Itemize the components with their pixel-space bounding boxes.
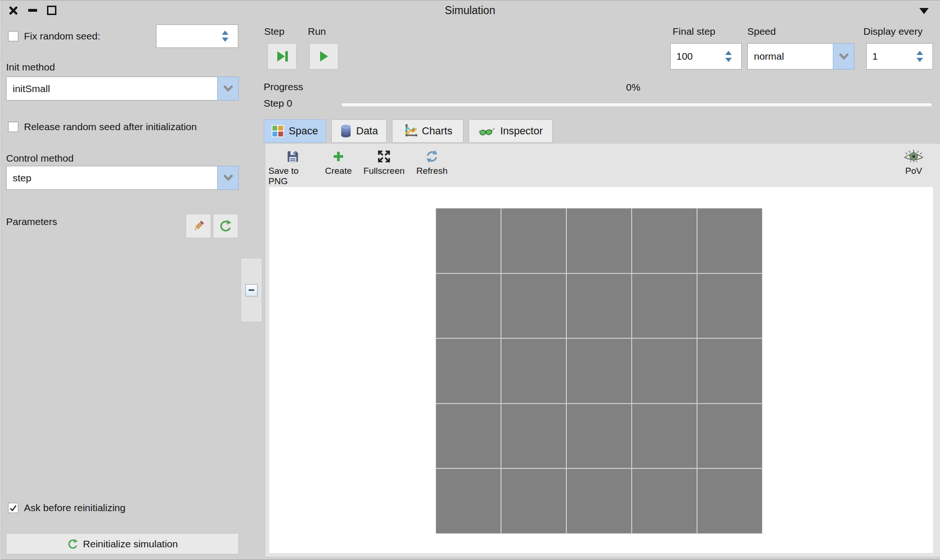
sync-arrows-icon — [425, 150, 439, 163]
grid-cell[interactable] — [436, 404, 501, 468]
spinner-down-icon[interactable] — [725, 58, 732, 62]
title-bar: Simulation — [0, 0, 940, 21]
grid-cell[interactable] — [567, 404, 631, 468]
step-counter: Step 0 — [264, 98, 292, 109]
random-seed-input[interactable] — [156, 24, 238, 48]
database-icon — [340, 124, 352, 138]
control-method-label: Control method — [6, 153, 74, 164]
release-random-seed-checkbox[interactable] — [8, 122, 18, 132]
tab-inspector[interactable]: Inspector — [469, 119, 553, 143]
grid-cell[interactable] — [632, 209, 697, 273]
grid-cell[interactable] — [632, 469, 697, 533]
grid-cell[interactable] — [567, 339, 631, 403]
grid-cell[interactable] — [632, 274, 697, 338]
run-label: Run — [308, 26, 326, 37]
speed-value: normal — [754, 51, 784, 62]
edit-parameters-button[interactable] — [186, 214, 211, 238]
grid-cell[interactable] — [697, 339, 762, 403]
combo-dropdown-button[interactable] — [217, 166, 239, 190]
tab-data[interactable]: Data — [331, 119, 387, 143]
spinner-up-icon[interactable] — [916, 51, 923, 55]
step-button[interactable] — [267, 43, 297, 70]
grid-cell[interactable] — [436, 274, 501, 338]
grid-cell[interactable] — [567, 209, 631, 273]
final-step-label: Final step — [673, 26, 715, 37]
expand-arrows-icon — [377, 149, 391, 163]
reset-parameters-button[interactable] — [213, 214, 238, 238]
combo-dropdown-button[interactable] — [217, 77, 239, 101]
box-minus-icon — [249, 289, 254, 291]
fix-random-seed-checkbox[interactable] — [8, 31, 18, 41]
grid-cell[interactable] — [632, 404, 697, 468]
tab-label: Charts — [422, 125, 453, 137]
grid-cell[interactable] — [697, 469, 762, 533]
chevron-down-icon[interactable] — [919, 8, 929, 14]
grid-cell[interactable] — [436, 339, 501, 403]
play-to-bar-icon — [274, 48, 290, 64]
grid-cell[interactable] — [501, 274, 566, 338]
create-button[interactable]: Create — [321, 148, 356, 176]
progress-bar — [342, 103, 932, 107]
grid-cell[interactable] — [567, 274, 631, 338]
grid-cell[interactable] — [501, 209, 566, 273]
speed-label: Speed — [747, 26, 776, 37]
fullscreen-button[interactable]: Fullscreen — [360, 148, 408, 176]
simulation-window: Simulation Fix random seed: Init method … — [0, 0, 940, 560]
line-chart-icon — [403, 124, 417, 138]
main-area: Step Run Final step 100 Speed normal — [263, 21, 940, 560]
grid-cell[interactable] — [501, 404, 566, 468]
view-tabs: Space Data — [264, 119, 553, 143]
glasses-icon — [478, 126, 495, 136]
speed-select[interactable]: normal — [747, 43, 854, 70]
reinitialize-label: Reinitialize simulation — [83, 538, 178, 550]
tab-charts[interactable]: Charts — [392, 119, 463, 143]
grid-cell[interactable] — [697, 404, 762, 468]
eye-icon — [903, 149, 924, 163]
grid-cell[interactable] — [501, 339, 566, 403]
page-title: Simulation — [0, 4, 940, 17]
grid-cell[interactable] — [436, 209, 501, 273]
init-method-select[interactable]: initSmall — [6, 77, 239, 101]
run-button[interactable] — [309, 43, 338, 70]
progress-percent: 0% — [626, 82, 640, 93]
grid-cell[interactable] — [436, 469, 501, 533]
collapse-button[interactable] — [245, 284, 258, 296]
grid-cell[interactable] — [697, 274, 762, 338]
grid-cell[interactable] — [501, 469, 566, 533]
tab-space[interactable]: Space — [264, 119, 326, 143]
spinner-up-icon[interactable] — [222, 31, 228, 35]
display-every-input[interactable]: 1 — [866, 43, 933, 70]
grid-cell[interactable] — [632, 339, 697, 403]
grid-cell[interactable] — [697, 209, 762, 273]
display-every-label: Display every — [863, 26, 923, 37]
save-to-png-button[interactable]: Save to PNG — [268, 148, 317, 187]
spinner-arrows[interactable] — [222, 31, 228, 42]
ask-before-reinit-checkbox[interactable] — [8, 503, 18, 513]
pov-button[interactable]: PoV — [897, 148, 931, 176]
chevron-down-icon — [224, 86, 233, 92]
tab-label: Space — [289, 125, 318, 137]
grid-cell[interactable] — [567, 469, 631, 533]
combo-dropdown-button[interactable] — [833, 43, 854, 70]
spinner-up-icon[interactable] — [725, 51, 732, 55]
space-grid — [436, 208, 762, 534]
reinitialize-simulation-button[interactable]: Reinitialize simulation — [6, 533, 239, 554]
settings-sidebar: Fix random seed: Init method initSmall R… — [0, 21, 263, 560]
space-grid-icon — [272, 125, 284, 137]
spinner-arrows[interactable] — [725, 51, 732, 62]
space-canvas — [269, 187, 933, 553]
tab-label: Data — [356, 125, 378, 137]
init-method-value: initSmall — [13, 83, 50, 94]
display-every-value: 1 — [872, 51, 878, 62]
refresh-button[interactable]: Refresh — [412, 148, 452, 176]
final-step-input[interactable]: 100 — [670, 43, 742, 70]
spinner-arrows[interactable] — [916, 51, 923, 62]
tab-label: Inspector — [500, 125, 543, 137]
control-method-select[interactable]: step — [6, 166, 239, 190]
sidebar-collapse-handle[interactable] — [241, 258, 262, 322]
floppy-disk-icon — [286, 150, 299, 163]
spinner-down-icon[interactable] — [916, 58, 923, 62]
space-toolbar: Save to PNG Create — [266, 144, 940, 187]
spinner-down-icon[interactable] — [222, 38, 228, 42]
progress-label: Progress — [264, 81, 303, 93]
